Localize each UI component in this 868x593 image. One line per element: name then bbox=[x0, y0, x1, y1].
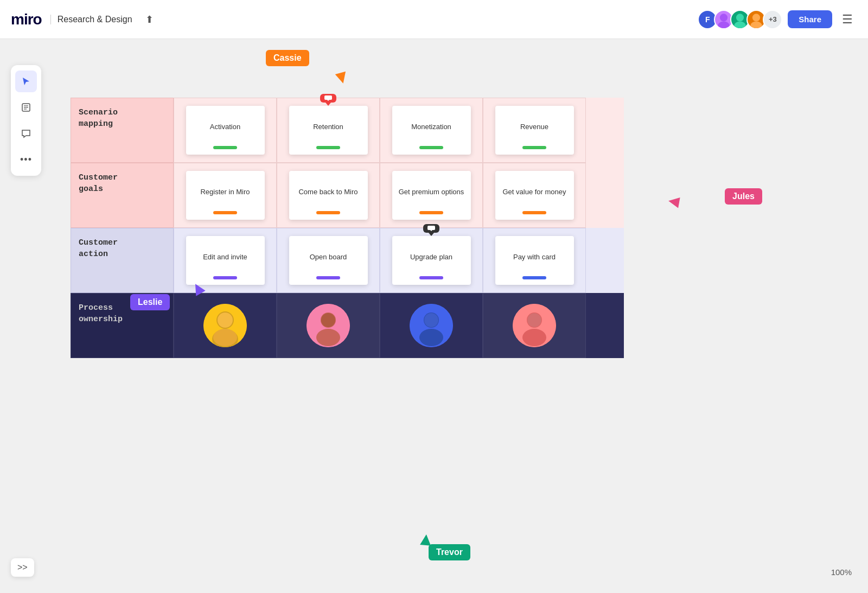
cell-register[interactable]: Register in Miro bbox=[174, 163, 277, 228]
customer-goals-label: Customergoals bbox=[79, 172, 118, 195]
sticky-comeback[interactable]: Come back to Miro bbox=[289, 171, 368, 220]
cell-revenue[interactable]: Revenue bbox=[483, 98, 586, 163]
svg-point-23 bbox=[419, 329, 443, 346]
sticky-monetization-text: Monetization bbox=[411, 113, 451, 141]
customer-action-label: Customeraction bbox=[79, 237, 118, 260]
cell-owner-2 bbox=[277, 293, 380, 358]
sticky-monetization-bar bbox=[419, 146, 443, 149]
sticky-open-board-bar bbox=[316, 276, 340, 279]
svg-point-19 bbox=[316, 329, 340, 346]
sticky-premium-text: Get premium options bbox=[399, 178, 464, 206]
sticky-edit-invite-text: Edit and invite bbox=[203, 244, 247, 271]
header-right: F +3 Share ☰ bbox=[698, 10, 857, 29]
upgrade-plan-comment-icon bbox=[423, 224, 439, 233]
more-tool[interactable]: ••• bbox=[15, 149, 37, 170]
logo-area: miro Research & Design ⬆ bbox=[11, 11, 154, 28]
row-scenario-mapping: Scenariomapping Activation Retention bbox=[71, 98, 624, 163]
svg-rect-11 bbox=[427, 226, 435, 230]
sticky-revenue-text: Revenue bbox=[520, 113, 548, 141]
cell-comeback[interactable]: Come back to Miro bbox=[277, 163, 380, 228]
sticky-register[interactable]: Register in Miro bbox=[186, 171, 265, 220]
owner-avatar-3 bbox=[410, 304, 453, 347]
svg-point-15 bbox=[218, 313, 233, 328]
cell-owner-3 bbox=[380, 293, 483, 358]
sticky-revenue[interactable]: Revenue bbox=[495, 106, 574, 155]
svg-point-5 bbox=[751, 21, 762, 29]
cassie-cursor-label: Cassie bbox=[266, 50, 309, 66]
label-customer-action: Customeraction bbox=[71, 228, 174, 293]
row-customer-action: Customeraction Edit and invite Open boar… bbox=[71, 228, 624, 293]
owner-avatar-4 bbox=[513, 304, 556, 347]
logo-text: miro bbox=[11, 11, 42, 28]
zoom-indicator: 100% bbox=[831, 568, 852, 577]
sticky-value[interactable]: Get value for money bbox=[495, 171, 574, 220]
sticky-edit-invite[interactable]: Edit and invite bbox=[186, 236, 265, 285]
board-grid: Scenariomapping Activation Retention bbox=[71, 98, 624, 358]
svg-point-2 bbox=[736, 14, 744, 21]
sticky-upgrade-plan-bar bbox=[419, 276, 443, 279]
cassie-cursor-arrow bbox=[335, 72, 348, 85]
cell-edit-invite[interactable]: Edit and invite bbox=[174, 228, 277, 293]
cursor-tool[interactable] bbox=[15, 71, 37, 92]
sticky-premium[interactable]: Get premium options bbox=[392, 171, 471, 220]
cell-pay-card[interactable]: Pay with card bbox=[483, 228, 586, 293]
comment-tool[interactable] bbox=[15, 123, 37, 144]
sticky-pay-card[interactable]: Pay with card bbox=[495, 236, 574, 285]
jules-cursor-arrow bbox=[667, 195, 680, 208]
sticky-upgrade-plan[interactable]: Upgrade plan bbox=[392, 236, 471, 285]
cell-owner-4 bbox=[483, 293, 586, 358]
board-title[interactable]: Research & Design bbox=[50, 15, 132, 24]
sticky-activation-bar bbox=[213, 146, 237, 149]
sticky-monetization[interactable]: Monetization bbox=[392, 106, 471, 155]
sticky-register-text: Register in Miro bbox=[200, 178, 250, 206]
retention-comment-icon bbox=[320, 94, 336, 103]
sticky-open-board[interactable]: Open board bbox=[289, 236, 368, 285]
cell-retention[interactable]: Retention bbox=[277, 98, 380, 163]
row-customer-goals: Customergoals Register in Miro Come back… bbox=[71, 163, 624, 228]
owner-avatar-1 bbox=[203, 304, 247, 347]
sticky-comeback-bar bbox=[316, 211, 340, 214]
cell-open-board[interactable]: Open board bbox=[277, 228, 380, 293]
canvas: Cassie Jules Leslie Trevor Scenariomappi… bbox=[0, 39, 868, 593]
svg-point-1 bbox=[718, 21, 730, 29]
label-scenario-mapping: Scenariomapping bbox=[71, 98, 174, 163]
upload-icon[interactable]: ⬆ bbox=[145, 14, 154, 25]
label-customer-goals: Customergoals bbox=[71, 163, 174, 228]
share-button[interactable]: Share bbox=[788, 10, 832, 28]
leslie-cursor-label: Leslie bbox=[130, 294, 170, 310]
trevor-cursor-arrow bbox=[420, 534, 432, 546]
svg-point-27 bbox=[522, 329, 546, 346]
cell-monetization[interactable]: Monetization bbox=[380, 98, 483, 163]
sticky-activation[interactable]: Activation bbox=[186, 106, 265, 155]
sticky-pay-card-bar bbox=[522, 276, 546, 279]
svg-point-20 bbox=[321, 313, 335, 327]
cell-value[interactable]: Get value for money bbox=[483, 163, 586, 228]
menu-icon[interactable]: ☰ bbox=[838, 10, 857, 29]
svg-point-0 bbox=[720, 14, 727, 21]
sticky-edit-invite-bar bbox=[213, 276, 237, 279]
owner-avatar-2 bbox=[307, 304, 350, 347]
process-ownership-label: Processownership bbox=[79, 302, 123, 325]
sticky-retention[interactable]: Retention bbox=[289, 106, 368, 155]
expand-button[interactable]: >> bbox=[11, 558, 34, 577]
avatar-count[interactable]: +3 bbox=[763, 10, 782, 29]
scenario-mapping-label: Scenariomapping bbox=[79, 107, 118, 130]
sticky-revenue-bar bbox=[522, 146, 546, 149]
sticky-value-text: Get value for money bbox=[502, 178, 566, 206]
sticky-comeback-text: Come back to Miro bbox=[298, 178, 358, 206]
svg-point-24 bbox=[424, 313, 438, 327]
left-toolbar: ••• bbox=[11, 65, 41, 176]
svg-point-16 bbox=[213, 329, 237, 346]
sticky-open-board-text: Open board bbox=[310, 244, 347, 271]
sticky-register-bar bbox=[213, 211, 237, 214]
cell-upgrade-plan[interactable]: Upgrade plan bbox=[380, 228, 483, 293]
jules-cursor-label: Jules bbox=[725, 188, 762, 205]
sticky-tool[interactable] bbox=[15, 97, 37, 118]
cell-premium[interactable]: Get premium options bbox=[380, 163, 483, 228]
svg-rect-10 bbox=[324, 95, 332, 100]
sticky-retention-bar bbox=[316, 146, 340, 149]
avatar-group: F +3 bbox=[698, 10, 782, 29]
sticky-activation-text: Activation bbox=[210, 113, 240, 141]
trevor-cursor-label: Trevor bbox=[429, 544, 470, 560]
cell-activation[interactable]: Activation bbox=[174, 98, 277, 163]
